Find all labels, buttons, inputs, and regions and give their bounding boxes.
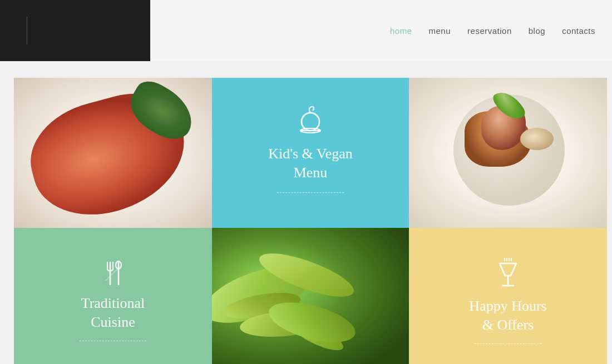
drink-icon bbox=[494, 257, 522, 290]
happy-hours-title: Happy Hours& Offers bbox=[469, 297, 546, 335]
main-nav: home menu reservation blog contacts bbox=[390, 26, 595, 36]
nav-item-reservation[interactable]: reservation bbox=[467, 26, 512, 36]
svg-rect-12 bbox=[511, 258, 512, 261]
kids-vegan-card[interactable]: Kid's & VeganMenu bbox=[212, 78, 409, 228]
card-divider-1 bbox=[277, 192, 344, 193]
header: home menu reservation blog contacts bbox=[0, 0, 612, 61]
nav-item-menu[interactable]: menu bbox=[429, 26, 451, 36]
traditional-cuisine-title: TraditionalCuisine bbox=[81, 294, 145, 332]
card-divider-3 bbox=[475, 343, 541, 344]
logo-divider bbox=[27, 17, 27, 44]
herb-image bbox=[212, 228, 409, 364]
svg-rect-11 bbox=[509, 258, 510, 261]
seafood-dish-image bbox=[409, 78, 607, 228]
svg-rect-10 bbox=[506, 258, 507, 261]
logo-area bbox=[0, 0, 150, 61]
card-divider-2 bbox=[80, 341, 146, 341]
traditional-cuisine-card[interactable]: TraditionalCuisine bbox=[14, 228, 212, 364]
food-icon bbox=[294, 103, 327, 136]
nav-item-home[interactable]: home bbox=[390, 26, 412, 36]
nav-item-blog[interactable]: blog bbox=[529, 26, 545, 36]
happy-hours-card[interactable]: Happy Hours& Offers bbox=[409, 228, 607, 364]
kids-vegan-title: Kid's & VeganMenu bbox=[268, 144, 353, 182]
svg-rect-13 bbox=[504, 258, 505, 261]
salmon-dish-image bbox=[14, 78, 212, 228]
cutlery-icon bbox=[99, 260, 127, 287]
nav-item-contacts[interactable]: contacts bbox=[562, 26, 595, 36]
content-grid: Kid's & VeganMenu Tradition bbox=[14, 78, 598, 364]
